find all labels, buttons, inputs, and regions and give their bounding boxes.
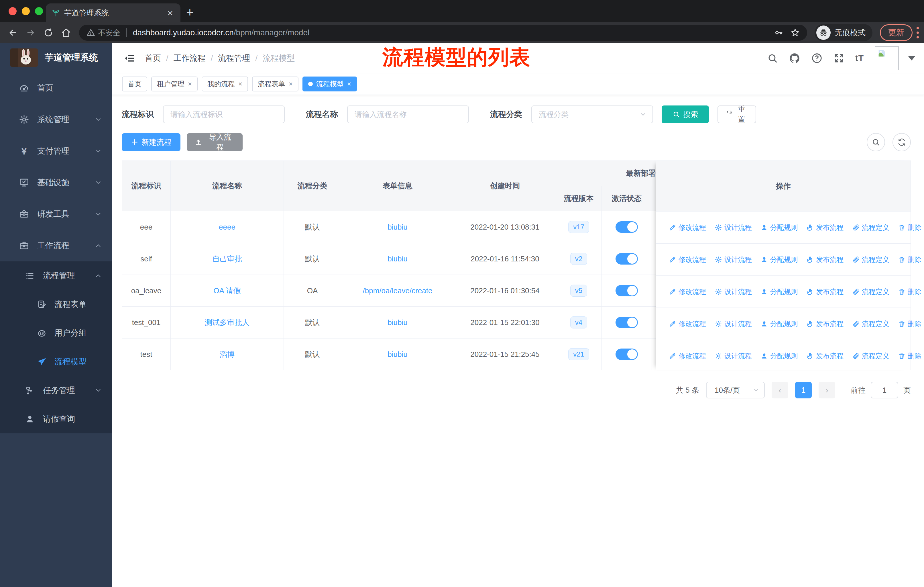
- model-name-link[interactable]: 测试多审批人: [205, 318, 249, 327]
- new-tab-icon[interactable]: +: [186, 5, 194, 20]
- back-icon[interactable]: [8, 28, 18, 38]
- action-edit-link[interactable]: 修改流程: [669, 351, 706, 360]
- active-toggle[interactable]: [615, 253, 638, 265]
- breadcrumb-home[interactable]: 首页: [145, 53, 161, 64]
- action-design-link[interactable]: 设计流程: [714, 351, 752, 360]
- filter-name-input[interactable]: [347, 106, 469, 123]
- tag-close-icon[interactable]: ×: [188, 80, 192, 88]
- action-edit-link[interactable]: 修改流程: [669, 223, 706, 232]
- action-definition-link[interactable]: 流程定义: [852, 351, 889, 360]
- page-size-select[interactable]: 10条/页: [706, 382, 765, 398]
- action-design-link[interactable]: 设计流程: [714, 287, 752, 296]
- action-assign-link[interactable]: 分配规则: [761, 319, 798, 329]
- next-page-button[interactable]: ›: [818, 382, 835, 398]
- sidebar-item-process-model[interactable]: 流程模型: [0, 347, 112, 376]
- tag-process-form[interactable]: 流程表单 ×: [252, 76, 299, 91]
- action-design-link[interactable]: 设计流程: [714, 255, 752, 264]
- action-delete-link[interactable]: 删除: [898, 319, 921, 329]
- action-definition-link[interactable]: 流程定义: [852, 319, 889, 329]
- model-name-link[interactable]: 滔博: [220, 350, 234, 359]
- create-process-button[interactable]: 新建流程: [122, 133, 180, 151]
- sidebar-item-infrastructure[interactable]: 基础设施: [0, 167, 112, 198]
- app-logo[interactable]: 芋道管理系统: [0, 43, 112, 72]
- security-label[interactable]: 不安全: [98, 28, 120, 38]
- form-info-link[interactable]: biubiu: [388, 350, 407, 359]
- sidebar-item-workflow[interactable]: 工作流程: [0, 230, 112, 261]
- import-process-button[interactable]: 导入流程: [187, 133, 243, 151]
- tag-process-model[interactable]: 流程模型 ×: [302, 76, 357, 91]
- action-delete-link[interactable]: 删除: [898, 351, 921, 360]
- tag-close-icon[interactable]: ×: [238, 80, 242, 88]
- tag-home[interactable]: 首页: [122, 76, 147, 91]
- breadcrumb-process-management[interactable]: 流程管理: [218, 53, 250, 64]
- action-publish-link[interactable]: 发布流程: [806, 223, 843, 232]
- close-window-button[interactable]: [8, 7, 16, 15]
- tab-close-icon[interactable]: ×: [165, 8, 175, 18]
- form-info-link[interactable]: biubiu: [388, 318, 407, 327]
- sidebar-item-system[interactable]: 系统管理: [0, 104, 112, 135]
- github-icon[interactable]: [789, 53, 800, 64]
- refresh-icon[interactable]: [893, 133, 911, 151]
- url-bar[interactable]: 不安全 dashboard.yudao.iocoder.cn/bpm/manag…: [79, 25, 807, 41]
- help-icon[interactable]: [811, 53, 823, 64]
- action-assign-link[interactable]: 分配规则: [761, 255, 798, 264]
- action-delete-link[interactable]: 删除: [898, 255, 921, 264]
- search-button[interactable]: 搜索: [662, 106, 709, 123]
- action-publish-link[interactable]: 发布流程: [806, 255, 843, 264]
- sidebar-item-user-group[interactable]: 用户分组: [0, 319, 112, 347]
- forward-icon[interactable]: [26, 28, 36, 38]
- action-publish-link[interactable]: 发布流程: [806, 351, 843, 360]
- action-design-link[interactable]: 设计流程: [714, 223, 752, 232]
- bookmark-star-icon[interactable]: [790, 28, 800, 37]
- sidebar-item-dev-tools[interactable]: 研发工具: [0, 198, 112, 230]
- avatar[interactable]: [875, 46, 899, 70]
- browser-menu-icon[interactable]: [917, 27, 919, 38]
- sidebar-item-task-management[interactable]: 任务管理: [0, 376, 112, 405]
- tag-my-process[interactable]: 我的流程 ×: [201, 76, 248, 91]
- action-publish-link[interactable]: 发布流程: [806, 319, 843, 329]
- action-assign-link[interactable]: 分配规则: [761, 287, 798, 296]
- breadcrumb-workflow[interactable]: 工作流程: [173, 53, 206, 64]
- minimize-window-button[interactable]: [22, 7, 30, 15]
- action-definition-link[interactable]: 流程定义: [852, 223, 889, 232]
- action-edit-link[interactable]: 修改流程: [669, 255, 706, 264]
- form-info-link[interactable]: /bpm/oa/leave/create: [363, 286, 432, 295]
- browser-tab[interactable]: 芋道管理系统 ×: [46, 3, 180, 22]
- tag-tenant[interactable]: 租户管理 ×: [151, 76, 198, 91]
- sidebar-item-process-form[interactable]: 流程表单: [0, 290, 112, 319]
- action-definition-link[interactable]: 流程定义: [852, 255, 889, 264]
- sidebar-item-payment[interactable]: ¥ 支付管理: [0, 135, 112, 167]
- active-toggle[interactable]: [615, 221, 638, 233]
- tag-close-icon[interactable]: ×: [347, 80, 351, 88]
- action-delete-link[interactable]: 删除: [898, 287, 921, 296]
- reset-button[interactable]: 重置: [718, 106, 756, 123]
- home-icon[interactable]: [61, 28, 71, 38]
- action-design-link[interactable]: 设计流程: [714, 319, 752, 329]
- zoom-window-button[interactable]: [35, 7, 43, 15]
- action-publish-link[interactable]: 发布流程: [806, 287, 843, 296]
- prev-page-button[interactable]: ‹: [772, 382, 788, 398]
- caret-down-icon[interactable]: [908, 56, 916, 61]
- update-button[interactable]: 更新: [880, 24, 912, 41]
- form-info-link[interactable]: biubiu: [388, 223, 407, 231]
- reload-icon[interactable]: [43, 28, 53, 38]
- page-number-1[interactable]: 1: [795, 382, 812, 398]
- action-definition-link[interactable]: 流程定义: [852, 287, 889, 296]
- key-icon[interactable]: [774, 28, 783, 37]
- active-toggle[interactable]: [615, 349, 638, 360]
- action-edit-link[interactable]: 修改流程: [669, 287, 706, 296]
- action-edit-link[interactable]: 修改流程: [669, 319, 706, 329]
- filter-id-input[interactable]: [163, 106, 285, 123]
- active-toggle[interactable]: [615, 285, 638, 296]
- action-assign-link[interactable]: 分配规则: [761, 351, 798, 360]
- model-name-link[interactable]: 自己审批: [212, 255, 242, 263]
- sidebar-item-home[interactable]: 首页: [0, 72, 112, 104]
- goto-page-input[interactable]: [871, 382, 898, 398]
- active-toggle[interactable]: [615, 317, 638, 328]
- sidebar-item-process-management[interactable]: 流程管理: [0, 261, 112, 290]
- search-icon[interactable]: [767, 53, 778, 64]
- fullscreen-icon[interactable]: [833, 53, 844, 64]
- model-name-link[interactable]: OA 请假: [213, 286, 241, 295]
- action-assign-link[interactable]: 分配规则: [761, 223, 798, 232]
- form-info-link[interactable]: biubiu: [388, 255, 407, 263]
